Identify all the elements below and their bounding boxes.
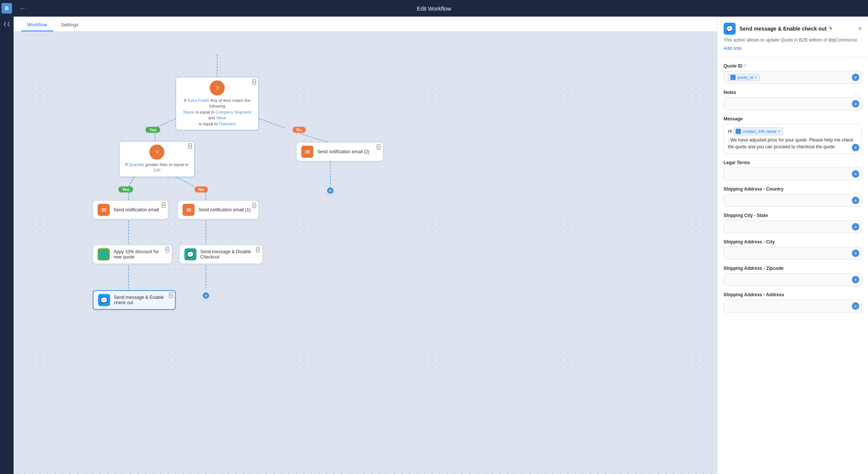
collapse-button[interactable]: ❮❮ [2, 20, 12, 28]
quote-id-tag: quote_id × [728, 74, 760, 81]
quote-id-input[interactable]: quote_id × + [724, 71, 862, 84]
svg-line-2 [259, 119, 285, 128]
node-close-disable[interactable]: × [256, 247, 260, 252]
sub-condition-text: If Quantity greater than or equal to 100 [124, 162, 190, 174]
shipping-address-label: Shipping Address - Address [724, 292, 862, 297]
enable-icon: 💬 [98, 294, 110, 306]
content-area: Workflow Settings [14, 17, 868, 474]
shipping-zipcode-input[interactable]: + [724, 273, 862, 286]
root-condition-close[interactable]: × [252, 79, 256, 85]
root-condition-icon: ⑂ [210, 80, 225, 95]
node-close-email[interactable]: × [162, 202, 166, 208]
back-button[interactable]: ← [20, 5, 26, 12]
workflow-content: × ⑂ If Extra Fields Any of item match th… [14, 32, 421, 371]
message-tag-icon [736, 129, 741, 134]
shipping-address-add-button[interactable]: + [852, 302, 859, 310]
shipping-city-state-section: Shipping City - State + [724, 213, 862, 233]
discount-icon: 🌐 [98, 248, 110, 260]
notes-label: Notes [724, 90, 862, 95]
node-close-email1[interactable]: × [252, 202, 256, 208]
send-message-disable-node[interactable]: × 💬 Send message & Disable Checkout [179, 245, 262, 264]
shipping-country-label: Shipping Address - Country [724, 186, 862, 192]
message-tag-close[interactable]: × [778, 128, 780, 135]
topbar: ← Edit Workflow [14, 0, 868, 17]
root-condition-node[interactable]: × ⑂ If Extra Fields Any of item match th… [176, 77, 259, 130]
shipping-address-city-section: Shipping Address - City + [724, 239, 862, 260]
node-close-email2[interactable]: × [377, 144, 380, 150]
tab-workflow[interactable]: Workflow [21, 19, 53, 31]
svg-line-4 [300, 134, 330, 143]
panel-close-button[interactable]: × [858, 25, 862, 33]
plus-button-bottom[interactable]: + [202, 291, 210, 300]
shipping-address-section: Shipping Address - Address + [724, 292, 862, 312]
shipping-address-input[interactable]: + [724, 300, 862, 312]
message-content: Hi contact_info.name × , We have adjuste… [728, 127, 858, 151]
workflow-canvas: Workflow Settings [14, 17, 717, 474]
panel-title-left: 💬 Send message & Enable check out ✎ [724, 23, 833, 35]
email1-icon: ✉ [182, 204, 195, 216]
tab-settings[interactable]: Settings [55, 19, 84, 31]
legal-terms-input[interactable]: + [724, 168, 862, 180]
svg-line-6 [176, 177, 195, 186]
message-area[interactable]: Hi contact_info.name × , We have adjuste… [724, 124, 862, 154]
sub-yes-badge: Yes [118, 186, 133, 192]
tag-close[interactable]: × [755, 75, 757, 80]
shipping-city-state-input[interactable]: + [724, 220, 862, 233]
quote-id-label: Quote ID ? [724, 63, 862, 69]
panel-title-row: 💬 Send message & Enable check out ✎ × [724, 23, 862, 35]
shipping-country-section: Shipping Address - Country + [724, 186, 862, 207]
email-icon: ✉ [98, 204, 110, 216]
page-title: Edit Workflow [417, 5, 451, 12]
email2-icon: ✉ [301, 146, 313, 158]
shipping-country-add-button[interactable]: + [852, 197, 859, 204]
app-logo[interactable]: B [2, 3, 12, 14]
email2-label: Send notification email (2) [317, 149, 370, 154]
shipping-city-state-add-button[interactable]: + [852, 223, 859, 231]
apply-discount-node[interactable]: × 🌐 Appy 10% discount for new quote [93, 245, 172, 264]
legal-terms-section: Legal Terms + [724, 160, 862, 180]
sub-condition-node[interactable]: × ⑂ If Quantity greater than or equal to… [119, 141, 195, 177]
send-notification-email-node[interactable]: × ✉ Send notification email [93, 200, 168, 219]
disable-icon: 💬 [184, 248, 196, 260]
send-notification-email-1-node[interactable]: × ✉ Send notification email (1) [178, 200, 259, 219]
node-close-enable[interactable]: × [169, 292, 173, 298]
message-section: Message Hi contact_info.name × , We have… [724, 116, 862, 154]
root-yes-badge: Yes [146, 127, 160, 133]
send-message-enable-node[interactable]: × 💬 Send message & Enable check out [93, 290, 176, 310]
notes-input[interactable]: + [724, 97, 862, 110]
plus-button-right[interactable]: + [326, 186, 334, 195]
panel-description: This action allows to update Quote in B2… [724, 37, 862, 43]
discount-label: Appy 10% discount for new quote [113, 249, 167, 260]
shipping-address-city-add-button[interactable]: + [852, 249, 859, 257]
sub-condition-icon: ⑂ [149, 145, 164, 160]
sub-condition-close[interactable]: × [188, 143, 192, 149]
canvas-area[interactable]: × ⑂ If Extra Fields Any of item match th… [14, 32, 717, 474]
notes-add-button[interactable]: + [852, 100, 859, 108]
edit-icon[interactable]: ✎ [829, 26, 833, 31]
right-panel: 💬 Send message & Enable check out ✎ × Th… [717, 17, 868, 474]
svg-line-5 [129, 177, 134, 186]
add-note-button[interactable]: Add note [724, 46, 742, 51]
legal-terms-label: Legal Terms [724, 160, 862, 165]
shipping-address-city-label: Shipping Address - City [724, 239, 862, 245]
shipping-zipcode-add-button[interactable]: + [852, 276, 859, 283]
svg-line-1 [155, 119, 176, 128]
notes-section: Notes + [724, 90, 862, 110]
panel-header: 💬 Send message & Enable check out ✎ × Th… [718, 17, 868, 57]
message-add-button[interactable]: + [852, 144, 859, 151]
enable-label: Send message & Enable check out [114, 295, 170, 305]
quote-id-add-button[interactable]: + [852, 74, 859, 81]
sidebar: B ❮❮ [0, 0, 14, 474]
shipping-city-state-label: Shipping City - State [724, 213, 862, 218]
quote-id-help-icon[interactable]: ? [744, 64, 747, 68]
legal-terms-add-button[interactable]: + [852, 170, 859, 178]
shipping-address-city-input[interactable]: + [724, 247, 862, 260]
send-notification-email-2-node[interactable]: × ✉ Send notification email (2) [296, 142, 383, 161]
message-tag: contact_info.name × [733, 127, 783, 136]
panel-action-icon: 💬 [724, 23, 736, 35]
workflow-tabs: Workflow Settings [14, 17, 717, 32]
panel-body: Quote ID ? quote_id × + Notes [718, 57, 868, 474]
shipping-country-input[interactable]: + [724, 194, 862, 207]
sub-no-badge: No [195, 186, 208, 192]
node-close-discount[interactable]: × [166, 247, 169, 252]
